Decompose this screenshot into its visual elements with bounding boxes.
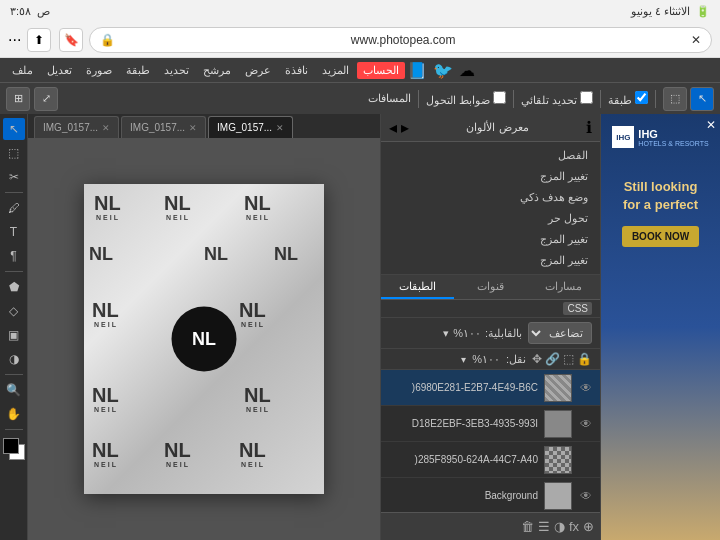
toolbar-right-btn1[interactable]: ⤢ — [34, 87, 58, 111]
neil-1: NEIL — [96, 214, 120, 221]
qa-item-6[interactable]: تغيير المزج — [389, 251, 592, 270]
menu-item-layer[interactable]: طبقة — [120, 62, 156, 79]
menu-item-edit[interactable]: تعديل — [41, 62, 78, 79]
panel-arrows[interactable]: ◂ ▸ — [389, 118, 409, 137]
tab-3[interactable]: IMG_0157... ✕ — [208, 116, 293, 138]
url-bar[interactable]: 🔒 www.photopea.com ✕ — [89, 27, 712, 53]
ad-close-btn[interactable]: ✕ — [706, 118, 716, 132]
status-left: ٣:٥٨ ص — [10, 5, 50, 18]
menu-item-more[interactable]: المزيد — [316, 62, 355, 79]
tab-1-close[interactable]: ✕ — [102, 123, 110, 133]
menu-item-file[interactable]: ملف — [6, 62, 39, 79]
move-icon[interactable]: ✥ — [532, 352, 542, 366]
nl-pattern-3: NL — [244, 192, 271, 215]
ad-logo-area: IHG IHG HOTELS & RESORTS — [612, 126, 708, 148]
tab-2[interactable]: IMG_0157... ✕ — [121, 116, 206, 138]
fill-arrow[interactable]: ▾ — [461, 354, 466, 365]
layer-item-2[interactable]: 👁 D18E2EBF-3EB3-4935-993I — [381, 406, 600, 442]
type-tool[interactable]: T — [3, 221, 25, 243]
menu-item-account[interactable]: الحساب — [357, 62, 405, 79]
qa-item-2[interactable]: تغيير المزج — [389, 167, 592, 186]
date-display: الاثنثاء ٤ يونيو — [631, 5, 690, 18]
layer-1-visibility[interactable]: 👁 — [578, 381, 594, 395]
foreground-color[interactable] — [3, 438, 19, 454]
tab-layers[interactable]: الطبقات — [381, 275, 454, 299]
tab-3-close[interactable]: ✕ — [276, 123, 284, 133]
lock-icon[interactable]: 🔒 — [577, 352, 592, 366]
mask-btn[interactable]: ◑ — [554, 519, 565, 534]
browser-icons[interactable]: ⬆ 🔖 — [27, 28, 83, 52]
ad-book-button[interactable]: BOOK NOW — [622, 226, 699, 247]
panel-expand-btn[interactable]: ▸ — [401, 118, 409, 137]
eraser-tool[interactable]: ◇ — [3, 300, 25, 322]
facebook-icon[interactable]: 📘 — [407, 61, 427, 80]
link-icon[interactable]: 🔗 — [545, 352, 560, 366]
nl-pattern-12: NL — [164, 439, 191, 462]
menu-item-select[interactable]: تحديد — [158, 62, 195, 79]
qa-item-1[interactable]: الفصل — [389, 146, 592, 165]
color-picker-area[interactable] — [3, 438, 25, 466]
qa-item-3[interactable]: وضع هدف ذكي — [389, 188, 592, 207]
layer-item-4[interactable]: 👁 Background — [381, 478, 600, 512]
hand-tool[interactable]: ✋ — [3, 403, 25, 425]
dodge-tool[interactable]: ◑ — [3, 348, 25, 370]
nl-pattern-9: NL — [92, 384, 119, 407]
ad-main-text: Still looking for a perfect — [623, 178, 698, 214]
bookmark-button[interactable]: 🔖 — [59, 28, 83, 52]
canvas-area[interactable]: NL NEIL NL NEIL NL NEIL NL NL NL NL NEIL… — [28, 138, 380, 540]
close-icon[interactable]: ✕ — [691, 33, 701, 47]
zoom-tool[interactable]: 🔍 — [3, 379, 25, 401]
tool-sep2 — [5, 271, 23, 272]
menu-item-image[interactable]: صورة — [80, 62, 118, 79]
group-btn[interactable]: ☰ — [538, 519, 550, 534]
shape-tool[interactable]: ¶ — [3, 245, 25, 267]
link-layers-btn[interactable]: ⊕ — [583, 519, 594, 534]
menu-item-filter[interactable]: مرشح — [197, 62, 237, 79]
tab-paths[interactable]: مسارات — [527, 275, 600, 299]
layer-checkbox[interactable] — [635, 91, 648, 104]
brush-tool[interactable]: ⬟ — [3, 276, 25, 298]
quick-actions: الفصل تغيير المزج وضع هدف ذكي تحول حر تغ… — [381, 142, 600, 275]
qa-item-5[interactable]: تغيير المزج — [389, 230, 592, 249]
tab-2-close[interactable]: ✕ — [189, 123, 197, 133]
selection-tool-btn[interactable]: ⬚ — [663, 87, 687, 111]
neil-7: NEIL — [246, 406, 270, 413]
opacity-arrow[interactable]: ▾ — [443, 327, 449, 340]
neil-5: NEIL — [241, 321, 265, 328]
share-button[interactable]: ⬆ — [27, 28, 51, 52]
twitter-icon[interactable]: 🐦 — [433, 61, 453, 80]
panel-collapse-btn[interactable]: ◂ — [389, 118, 397, 137]
layer-2-visibility[interactable]: 👁 — [578, 417, 594, 431]
gradient-tool[interactable]: ▣ — [3, 324, 25, 346]
nl-pattern-2: NL — [164, 192, 191, 215]
layer-4-visibility[interactable]: 👁 — [578, 489, 594, 503]
fx-btn[interactable]: fx — [569, 519, 579, 534]
lock-icon: 🔒 — [100, 33, 115, 47]
reddit-icon[interactable]: ☁ — [459, 61, 475, 80]
bounds-label: ضوابط التحول — [426, 91, 506, 107]
select-tool[interactable]: ↖ — [3, 118, 25, 140]
toolbar-right-btn2[interactable]: ⊞ — [6, 87, 30, 111]
move-tool-btn[interactable]: ↖ — [690, 87, 714, 111]
layer-item-3[interactable]: 👁 285F8950-624A-44C7-A40( — [381, 442, 600, 478]
crop-tool[interactable]: ✂ — [3, 166, 25, 188]
delete-btn[interactable]: 🗑 — [521, 519, 534, 534]
auto-checkbox[interactable] — [580, 91, 593, 104]
css-badge[interactable]: CSS — [563, 302, 592, 315]
layer-item-1[interactable]: 👁 6980E281-E2B7-4E49-B6C( — [381, 370, 600, 406]
menu-item-view[interactable]: عرض — [239, 62, 277, 79]
tab-channels[interactable]: قنوات — [454, 275, 527, 299]
blend-mode-select[interactable]: تضاعف — [528, 322, 592, 344]
layer-3-visibility[interactable]: 👁 — [578, 453, 594, 467]
panel-info-icon[interactable]: ℹ — [586, 118, 592, 137]
tab-1[interactable]: IMG_0157... ✕ — [34, 116, 119, 138]
layers-list: 👁 6980E281-E2B7-4E49-B6C( 👁 D18E2EBF-3EB… — [381, 370, 600, 512]
bounds-checkbox[interactable] — [493, 91, 506, 104]
nl-pattern-5: NL — [204, 244, 228, 265]
lasso-tool[interactable]: ⬚ — [3, 142, 25, 164]
pen-tool[interactable]: 🖊 — [3, 197, 25, 219]
fill-icon[interactable]: ⬚ — [563, 352, 574, 366]
left-toolbar: ↖ ⬚ ✂ 🖊 T ¶ ⬟ ◇ ▣ ◑ 🔍 ✋ — [0, 114, 28, 540]
qa-item-4[interactable]: تحول حر — [389, 209, 592, 228]
menu-item-window[interactable]: نافذة — [279, 62, 314, 79]
